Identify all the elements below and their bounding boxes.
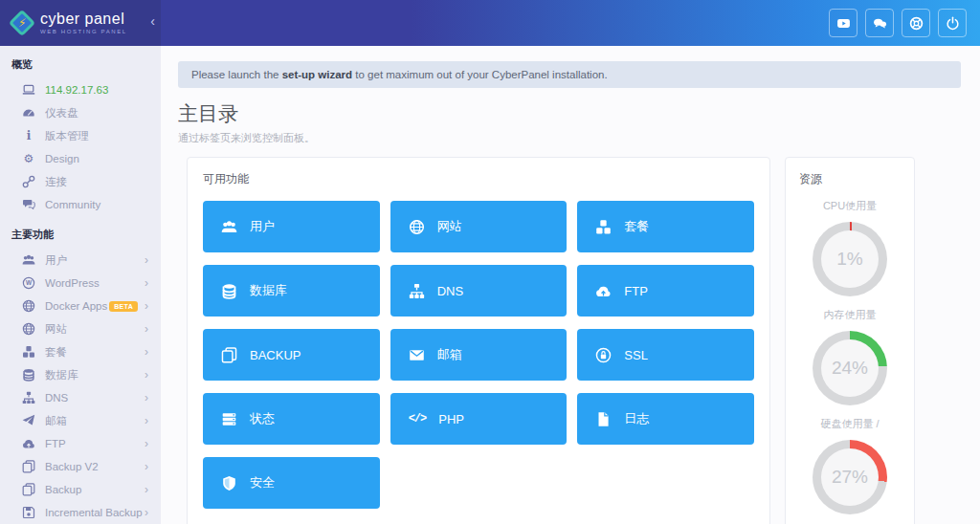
sidebar-item-incremental-backup[interactable]: Incremental Backup › xyxy=(0,501,161,524)
feature-button-users[interactable]: 用户 xyxy=(203,201,380,252)
sidebar-item-label: 数据库 xyxy=(45,368,78,382)
sidebar-item-packages[interactable]: 套餐 › xyxy=(0,340,161,363)
sidebar-collapse-icon[interactable]: ‹ xyxy=(150,14,155,28)
cpu-gauge-label: CPU使用量 xyxy=(786,199,914,213)
feature-button-email[interactable]: 邮箱 xyxy=(390,329,568,381)
sidebar-item-label: Incremental Backup xyxy=(45,507,143,518)
disk-usage-value: 27% xyxy=(821,448,879,506)
code-icon: </> xyxy=(409,412,427,426)
globe-icon xyxy=(409,219,425,235)
link-icon xyxy=(22,175,35,188)
sidebar-item-users[interactable]: 用户 › xyxy=(0,249,161,272)
sidebar-item-label: Docker Apps xyxy=(45,300,107,312)
sidebar-item-dns[interactable]: DNS › xyxy=(0,386,161,409)
chevron-right-icon: › xyxy=(145,438,148,449)
sidebar-item-databases[interactable]: 数据库 › xyxy=(0,363,161,386)
feature-button-php[interactable]: </>PHP xyxy=(390,393,568,445)
main-content: Please launch the set-up wizard to get m… xyxy=(161,46,980,524)
sidebar-item-label: Community xyxy=(45,199,100,210)
chevron-right-icon: › xyxy=(145,277,148,289)
floppy-icon xyxy=(22,506,35,519)
sidebar-item-label: WordPress xyxy=(45,277,100,289)
sidebar-item-label: 套餐 xyxy=(45,345,67,360)
sidebar-section-overview: 概览 xyxy=(0,46,161,78)
feature-button-websites[interactable]: 网站 xyxy=(390,201,568,252)
sidebar-item-version[interactable]: i 版本管理 xyxy=(0,124,161,147)
sidebar-item-ftp[interactable]: FTP › xyxy=(0,432,161,455)
setup-wizard-banner: Please launch the set-up wizard to get m… xyxy=(178,61,961,88)
database-icon xyxy=(22,368,35,382)
sidebar-item-backup-v2[interactable]: Backup V2 › xyxy=(0,455,161,478)
sidebar-item-label: FTP xyxy=(45,438,66,449)
feature-button-ftp[interactable]: FTP xyxy=(577,265,754,317)
info-icon: i xyxy=(22,129,35,142)
youtube-button[interactable] xyxy=(829,9,858,37)
features-panel-title: 可用功能 xyxy=(203,171,754,187)
page-title: 主目录 xyxy=(178,100,980,127)
sidebar-item-label: 114.92.17.63 xyxy=(45,84,108,96)
sidebar-item-connections[interactable]: 连接 xyxy=(0,170,161,193)
feature-label: BACKUP xyxy=(250,348,301,362)
sidebar-item-label: 仪表盘 xyxy=(45,106,78,120)
paper-plane-icon xyxy=(22,414,35,427)
copy-icon xyxy=(221,347,237,363)
chevron-right-icon: › xyxy=(145,300,148,312)
feature-button-logs[interactable]: 日志 xyxy=(577,393,754,445)
header-actions xyxy=(829,9,980,37)
feature-button-status[interactable]: 状态 xyxy=(203,393,380,445)
sitemap-icon xyxy=(22,391,35,404)
chat-button[interactable] xyxy=(865,9,894,37)
sidebar-item-server-ip[interactable]: 114.92.17.63 xyxy=(0,78,161,101)
feature-label: PHP xyxy=(438,412,464,426)
sidebar-item-label: 网站 xyxy=(45,322,67,337)
chevron-right-icon: › xyxy=(145,254,148,266)
feature-button-dns[interactable]: DNS xyxy=(390,265,568,317)
users-icon xyxy=(221,219,237,235)
feature-button-backup[interactable]: BACKUP xyxy=(203,329,380,381)
feature-button-databases[interactable]: 数据库 xyxy=(203,265,380,317)
feature-grid: 用户 网站 套餐 数据库 DNS FTP BACKUP 邮箱 SSL 状态 </… xyxy=(203,201,754,509)
banner-text: to get maximum out of your CyberPanel in… xyxy=(352,69,608,80)
globe-icon xyxy=(22,322,35,336)
sidebar-item-wordpress[interactable]: WordPress › xyxy=(0,272,161,295)
sidebar-item-design[interactable]: ⚙ Design xyxy=(0,147,161,170)
sidebar-item-docker-apps[interactable]: Docker Apps BETA › xyxy=(0,295,161,317)
cpu-usage-gauge: 1% xyxy=(813,222,887,296)
feature-label: 安全 xyxy=(250,474,275,491)
logout-button[interactable] xyxy=(938,9,967,37)
brand-name: cyber panel xyxy=(40,11,127,27)
brand-tagline: WEB HOSTING PANEL xyxy=(40,29,127,34)
chevron-right-icon: › xyxy=(145,507,148,518)
file-icon xyxy=(595,411,612,427)
chevron-right-icon: › xyxy=(145,415,148,426)
shield-icon xyxy=(221,475,237,491)
sidebar-item-label: 邮箱 xyxy=(45,414,67,428)
lightning-bolt-icon: ⚡ xyxy=(18,17,26,29)
sidebar-item-email[interactable]: 邮箱 › xyxy=(0,409,161,432)
sidebar-item-backup[interactable]: Backup › xyxy=(0,478,161,501)
database-icon xyxy=(221,283,237,299)
beta-badge: BETA xyxy=(109,301,138,312)
cyberpanel-logo-icon: ⚡ xyxy=(9,10,35,36)
support-button[interactable] xyxy=(902,9,930,37)
feature-button-packages[interactable]: 套餐 xyxy=(577,201,754,252)
feature-button-ssl[interactable]: SSL xyxy=(577,329,754,381)
chevron-right-icon: › xyxy=(145,461,148,472)
sidebar-item-community[interactable]: Community xyxy=(0,193,161,216)
available-features-panel: 可用功能 用户 网站 套餐 数据库 DNS FTP BACKUP 邮箱 SSL … xyxy=(187,157,770,524)
feature-button-security[interactable]: 安全 xyxy=(203,457,380,509)
resources-panel: 资源 CPU使用量 1% 内存使用量 24% 硬盘使用量 / 27% xyxy=(785,157,915,524)
disk-gauge-label: 硬盘使用量 / xyxy=(786,417,914,431)
server-icon xyxy=(221,411,237,427)
chevron-right-icon: › xyxy=(145,346,148,358)
sidebar-item-dashboard[interactable]: 仪表盘 xyxy=(0,101,161,124)
users-icon xyxy=(22,253,35,267)
setup-wizard-link[interactable]: set-up wizard xyxy=(282,69,352,80)
feature-label: 状态 xyxy=(250,410,275,427)
memory-gauge-block: 内存使用量 24% xyxy=(786,308,914,405)
feature-label: 套餐 xyxy=(624,218,649,235)
globe-icon xyxy=(22,299,35,313)
laptop-icon xyxy=(22,83,35,97)
brand-logo: ⚡ cyber panel WEB HOSTING PANEL ‹ xyxy=(0,0,161,46)
sidebar-item-websites[interactable]: 网站 › xyxy=(0,317,161,340)
